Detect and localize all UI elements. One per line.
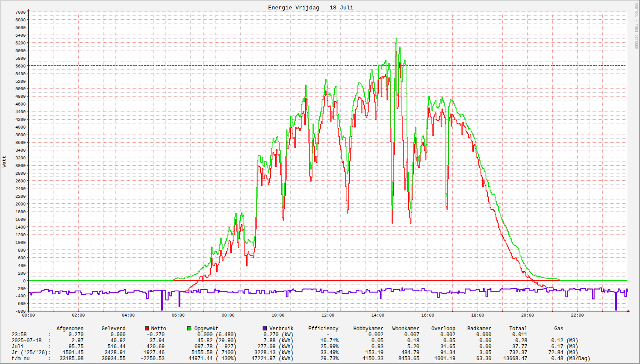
svg-text:600: 600: [18, 256, 26, 261]
svg-text:-600: -600: [15, 302, 26, 306]
svg-text:1800: 1800: [15, 210, 26, 214]
svg-text:4800: 4800: [15, 94, 26, 99]
svg-text:2600: 2600: [15, 179, 26, 184]
svg-text:4400: 4400: [15, 110, 26, 114]
svg-text:Jr ('25/'26): 1501.45: Jr ('25/'26): 1501.45 3428.91 1927.46 51…: [12, 350, 578, 356]
svg-text:200: 200: [18, 271, 26, 276]
svg-text:1200: 1200: [15, 233, 26, 238]
svg-text:800: 800: [18, 248, 26, 253]
svg-text:3600: 3600: [15, 141, 26, 145]
svg-text:Afgenomen Geleverd: Afgenomen Geleverd Opgewekt Verbruik Eff…: [12, 326, 563, 332]
svg-text:06:00: 06:00: [172, 313, 185, 318]
svg-text:1400: 1400: [15, 225, 26, 230]
svg-text:04:00: 04:00: [122, 313, 135, 318]
svg-text:6600: 6600: [15, 26, 26, 30]
svg-text:2400: 2400: [15, 187, 26, 191]
svg-text:400: 400: [18, 264, 26, 268]
svg-text:14:00: 14:00: [372, 313, 384, 318]
svg-text:5800: 5800: [15, 56, 26, 61]
svg-text:6000: 6000: [15, 49, 26, 53]
svg-text:5000: 5000: [15, 87, 26, 91]
svg-text:4200: 4200: [15, 117, 26, 122]
svg-text:12:00: 12:00: [321, 313, 334, 318]
svg-text:6800: 6800: [15, 18, 26, 23]
svg-text:22:00: 22:00: [571, 313, 584, 318]
svg-text:6200: 6200: [15, 41, 26, 46]
svg-text:0: 0: [23, 279, 26, 284]
svg-text:3400: 3400: [15, 148, 26, 153]
svg-text:00:00: 00:00: [22, 313, 35, 318]
svg-text:5200: 5200: [15, 79, 26, 84]
svg-text:16:00: 16:00: [421, 313, 434, 318]
svg-text:-400: -400: [15, 294, 26, 299]
svg-text:5600: 5600: [15, 64, 26, 69]
svg-text:3800: 3800: [15, 133, 26, 138]
svg-text:Watt: Watt: [1, 156, 7, 167]
svg-text:7000: 7000: [15, 10, 26, 15]
svg-text:10:00: 10:00: [271, 313, 284, 318]
svg-text:1000: 1000: [15, 241, 26, 245]
svg-text:RRDTOOL / TOBI OETIKER: RRDTOOL / TOBI OETIKER: [634, 3, 638, 50]
svg-text:23:58 : 0.270: 23:58 : 0.270 0.000 -0.270 0.000 (6.480)…: [12, 332, 527, 338]
svg-text:3000: 3000: [15, 164, 26, 168]
svg-text:02:00: 02:00: [72, 313, 85, 318]
svg-text:2200: 2200: [15, 194, 26, 199]
svg-text:20:00: 20:00: [521, 313, 534, 318]
svg-text:3200: 3200: [15, 156, 26, 161]
svg-text:4600: 4600: [15, 102, 26, 107]
svg-text:2000: 2000: [15, 202, 26, 207]
svg-text:4000: 4000: [15, 125, 26, 130]
svg-text:Energie Vrijdag 18 Juli: Energie Vrijdag 18 Juli: [268, 5, 354, 11]
svg-text:6400: 6400: [15, 33, 26, 38]
svg-text:t/m nu : 33185.08: t/m nu : 33185.08 30934.55 -2250.53 4497…: [12, 356, 590, 362]
svg-text:1600: 1600: [15, 217, 26, 222]
svg-text:08:00: 08:00: [221, 313, 234, 318]
svg-text:Juli : 95.75: Juli : 95.75 516.44 420.69 697.78 ( 927)…: [12, 344, 578, 350]
svg-text:2025-07-18 : 2.97: 2025-07-18 : 2.97 40.92 37.94 45.82 (29.…: [12, 338, 578, 344]
svg-text:-200: -200: [15, 287, 26, 291]
svg-text:5400: 5400: [15, 72, 26, 76]
svg-text:Netto: Netto: [151, 326, 166, 332]
svg-text:2800: 2800: [15, 171, 26, 176]
svg-text:18:00: 18:00: [471, 313, 484, 318]
